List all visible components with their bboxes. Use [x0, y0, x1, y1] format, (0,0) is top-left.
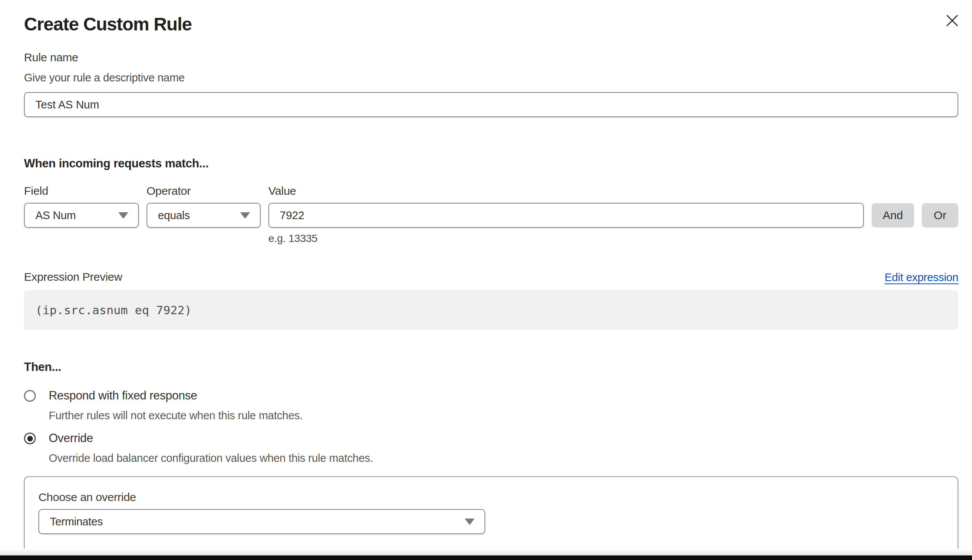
radio-button-icon[interactable] — [24, 433, 36, 444]
radio-option-description: Override load balancer configuration val… — [49, 451, 373, 465]
or-button[interactable]: Or — [922, 203, 958, 228]
radio-option-label: Override — [49, 431, 373, 446]
override-panel: Choose an override Terminates — [24, 476, 958, 555]
expression-preview-row: Expression Preview Edit expression — [24, 270, 958, 284]
override-select[interactable]: Terminates — [38, 509, 485, 534]
radio-button-icon[interactable] — [24, 390, 36, 402]
value-label: Value — [268, 184, 864, 198]
value-hint: e.g. 13335 — [268, 232, 864, 245]
modal: Create Custom Rule Rule name Give your r… — [0, 0, 972, 555]
value-input[interactable] — [268, 203, 864, 228]
operator-select-value: equals — [158, 209, 190, 222]
override-select-value: Terminates — [50, 515, 103, 528]
bottom-fade — [0, 548, 972, 555]
expression-preview-label: Expression Preview — [24, 270, 122, 284]
operator-label: Operator — [147, 184, 261, 198]
chevron-down-icon — [240, 212, 250, 219]
close-icon — [944, 12, 960, 29]
chevron-down-icon — [118, 212, 128, 219]
override-label: Choose an override — [38, 491, 944, 504]
radio-option-fixed-response[interactable]: Respond with fixed response Further rule… — [24, 388, 958, 422]
field-select-value: AS Num — [35, 209, 76, 222]
expression-code: (ip.src.asnum eq 7922) — [24, 290, 958, 330]
then-heading: Then... — [24, 360, 958, 374]
radio-option-description: Further rules will not execute when this… — [49, 408, 303, 422]
rule-name-input[interactable] — [24, 92, 958, 117]
action-radio-group: Respond with fixed response Further rule… — [24, 388, 958, 465]
create-custom-rule-dialog: { "dialog": { "title": "Create Custom Ru… — [0, 0, 972, 560]
radio-option-label: Respond with fixed response — [49, 388, 303, 403]
rule-name-label: Rule name — [24, 50, 958, 65]
and-button[interactable]: And — [872, 203, 914, 228]
field-select[interactable]: AS Num — [24, 203, 139, 228]
page-title: Create Custom Rule — [24, 14, 192, 35]
edit-expression-link[interactable]: Edit expression — [884, 270, 958, 284]
operator-select[interactable]: equals — [147, 203, 261, 228]
chevron-down-icon — [465, 518, 475, 525]
field-label: Field — [24, 184, 139, 198]
bottom-bar — [0, 555, 972, 560]
dialog-header: Create Custom Rule — [24, 14, 958, 35]
close-button[interactable] — [944, 12, 960, 29]
radio-option-override[interactable]: Override Override load balancer configur… — [24, 431, 958, 465]
match-builder: Field Operator Value AS Num equals And O… — [24, 184, 958, 245]
rule-name-help: Give your rule a descriptive name — [24, 71, 958, 85]
match-heading: When incoming requests match... — [24, 156, 958, 171]
